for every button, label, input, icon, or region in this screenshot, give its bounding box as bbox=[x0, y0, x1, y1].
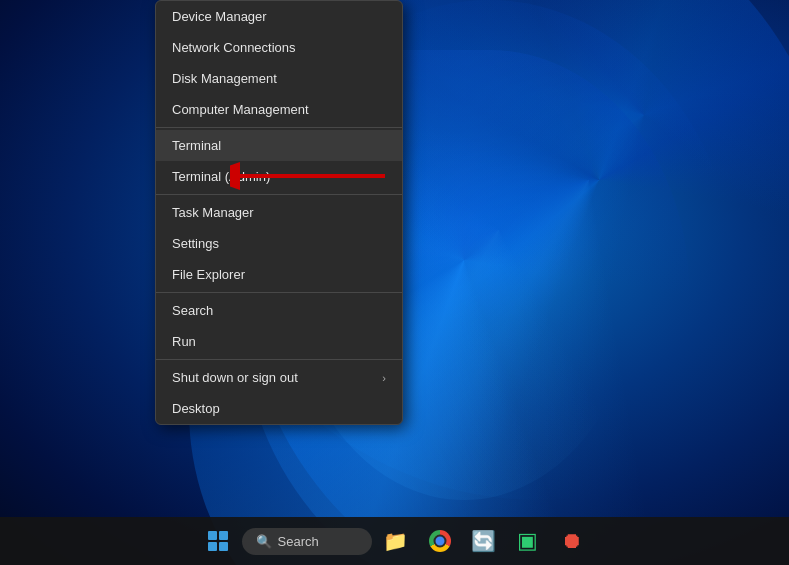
context-menu: Device Manager Network Connections Disk … bbox=[155, 0, 403, 425]
start-button[interactable] bbox=[198, 521, 238, 561]
menu-item-settings[interactable]: Settings bbox=[156, 228, 402, 259]
menu-separator-2 bbox=[156, 194, 402, 195]
menu-item-computer-management[interactable]: Computer Management bbox=[156, 94, 402, 125]
menu-separator-1 bbox=[156, 127, 402, 128]
chrome-logo-icon bbox=[429, 530, 451, 552]
menu-item-terminal-admin[interactable]: Terminal (Admin) bbox=[156, 161, 402, 192]
red-app-icon[interactable]: ⏺ bbox=[552, 521, 592, 561]
menu-item-network-connections[interactable]: Network Connections bbox=[156, 32, 402, 63]
taskbar-search-bar[interactable]: 🔍 Search bbox=[242, 528, 372, 555]
file-explorer-icon[interactable]: 📁 bbox=[376, 521, 416, 561]
folder-icon: 📁 bbox=[383, 529, 408, 553]
taskbar: 🔍 Search 📁 🔄 ▣ ⏺ bbox=[0, 517, 789, 565]
menu-separator-4 bbox=[156, 359, 402, 360]
taskbar-search-label: Search bbox=[278, 534, 319, 549]
menu-item-desktop[interactable]: Desktop bbox=[156, 393, 402, 424]
menu-item-device-manager[interactable]: Device Manager bbox=[156, 1, 402, 32]
menu-separator-3 bbox=[156, 292, 402, 293]
red-logo-icon: ⏺ bbox=[561, 528, 583, 554]
green-app-icon[interactable]: ▣ bbox=[508, 521, 548, 561]
chrome-icon[interactable] bbox=[420, 521, 460, 561]
desktop: Device Manager Network Connections Disk … bbox=[0, 0, 789, 565]
sync-icon: 🔄 bbox=[471, 529, 496, 553]
menu-item-run[interactable]: Run bbox=[156, 326, 402, 357]
recycle-icon[interactable]: 🔄 bbox=[464, 521, 504, 561]
menu-item-shut-down[interactable]: Shut down or sign out › bbox=[156, 362, 402, 393]
menu-item-task-manager[interactable]: Task Manager bbox=[156, 197, 402, 228]
search-icon: 🔍 bbox=[256, 534, 272, 549]
windows-logo-icon bbox=[208, 531, 228, 551]
menu-item-terminal[interactable]: Terminal bbox=[156, 130, 402, 161]
menu-item-file-explorer[interactable]: File Explorer bbox=[156, 259, 402, 290]
green-logo-icon: ▣ bbox=[517, 528, 538, 554]
submenu-arrow-icon: › bbox=[382, 372, 386, 384]
menu-item-search[interactable]: Search bbox=[156, 295, 402, 326]
menu-item-disk-management[interactable]: Disk Management bbox=[156, 63, 402, 94]
taskbar-items: 🔍 Search 📁 🔄 ▣ ⏺ bbox=[198, 521, 592, 561]
